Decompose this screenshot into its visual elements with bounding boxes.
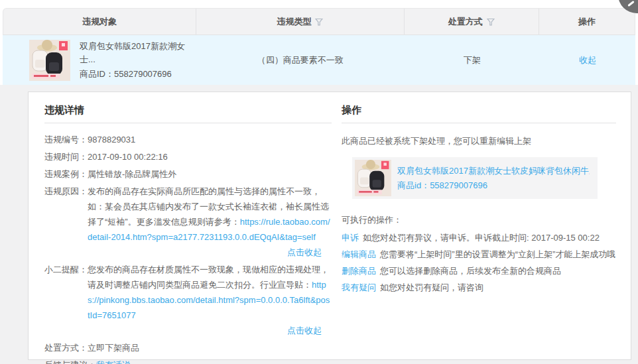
violation-table-header: 违规对象 违规类型 处置方式 操作 xyxy=(3,8,635,35)
operation-panel: 操作 此商品已经被系统下架处理，您可以重新编辑上架 xyxy=(342,100,616,353)
violation-detail-panel: 违规详情 违规编号： 9878829031 违规时间： 2017-09-10 0… xyxy=(44,100,332,353)
feedback-field: 反馈与建议： 我有话说 xyxy=(44,357,332,364)
product-id-label: 商品ID： xyxy=(80,69,114,79)
collapse-row-link[interactable]: 收起 xyxy=(579,54,596,66)
field-label: 违规案例： xyxy=(44,166,88,182)
action-appeal: 申诉如您对处罚有异议，请申诉。申诉截止时间: 2017-09-15 00:22 xyxy=(342,229,616,246)
product-card-id-label: 商品id： xyxy=(397,180,430,190)
product-id-value: 558279007696 xyxy=(114,69,172,79)
reminder-text: 您发布的商品存在材质属性不一致现象，现做相应的违规处理，请及时调整店铺内同类型商… xyxy=(88,265,329,290)
column-header-disposal: 处置方式 xyxy=(405,9,540,34)
column-header-violation-type: 违规类型 xyxy=(196,9,404,34)
operation-intro: 此商品已经被系统下架处理，您可以重新编辑上架 xyxy=(342,133,616,149)
violation-row: 双肩包女韩版2017新款潮女士... 商品ID：558279007696 （四）… xyxy=(3,35,635,85)
violation-reason-field: 违规原因： 发布的商品存在实际商品所匹配的属性与选择的属性不一致，如：某会员在其… xyxy=(44,184,332,260)
question-desc: 如您对处罚有疑问，请咨询 xyxy=(380,282,483,292)
field-value: 属性错放-除品牌属性外 xyxy=(88,166,332,182)
disposal-method-field: 处置方式： 立即下架商品 xyxy=(44,340,332,355)
feedback-link[interactable]: 我有话说 xyxy=(96,360,131,364)
filter-icon[interactable] xyxy=(487,18,495,26)
product-title: 双肩包女韩版2017新款潮女士... xyxy=(80,40,196,66)
product-card-text: 双肩包女韩版2017新款潮女士软皮妈咪背包休闲牛皮时 商品id：55827900… xyxy=(397,164,590,193)
field-label: 反馈与建议： xyxy=(44,357,96,364)
delete-item-link[interactable]: 删除商品 xyxy=(342,266,376,276)
column-header-operation: 操作 xyxy=(539,9,635,34)
field-label: 处置方式： xyxy=(44,340,88,355)
field-value: 立即下架商品 xyxy=(88,340,332,355)
collapse-row-link-cell: 收起 xyxy=(540,35,635,85)
question-link[interactable]: 我有疑问 xyxy=(342,282,376,292)
expanded-detail-area: 违规详情 违规编号： 9878829031 违规时间： 2017-09-10 0… xyxy=(0,85,638,364)
violation-object-cell: 双肩包女韩版2017新款潮女士... 商品ID：558279007696 xyxy=(3,35,196,85)
action-question: 我有疑问如您对处罚有疑问，请咨询 xyxy=(342,279,616,296)
field-value: 9878829031 xyxy=(88,132,332,147)
field-label: 小二提醒： xyxy=(44,262,88,338)
violation-number-field: 违规编号： 9878829031 xyxy=(44,132,332,147)
staff-reminder-field: 小二提醒： 您发布的商品存在材质属性不一致现象，现做相应的违规处理，请及时调整店… xyxy=(44,262,332,338)
collapse-reason-link[interactable]: 点击收起 xyxy=(287,247,322,257)
product-card-id-line[interactable]: 商品id：558279007696 xyxy=(397,180,487,190)
detail-box: 违规详情 违规编号： 9878829031 违规时间： 2017-09-10 0… xyxy=(28,91,631,360)
column-label: 操作 xyxy=(578,16,596,28)
violation-type-cell: （四）商品要素不一致 xyxy=(196,35,405,85)
filter-icon[interactable] xyxy=(315,18,323,26)
field-value: 您发布的商品存在材质属性不一致现象，现做相应的违规处理，请及时调整店铺内同类型商… xyxy=(88,262,332,338)
executable-actions-title: 可执行的操作： xyxy=(342,212,616,227)
product-id-line: 商品ID：558279007696 xyxy=(80,68,196,81)
operation-panel-title: 操作 xyxy=(342,104,616,123)
product-image xyxy=(355,160,391,196)
appeal-link[interactable]: 申诉 xyxy=(342,233,359,243)
product-card-id-value: 558279007696 xyxy=(430,180,487,190)
violation-detail-title: 违规详情 xyxy=(44,104,332,123)
disposal-cell: 下架 xyxy=(405,35,540,85)
action-delete-item: 删除商品您可以选择删除商品，后续发布全新的合规商品 xyxy=(342,263,616,279)
field-value: 2017-09-10 00:22:16 xyxy=(88,149,332,164)
column-header-violation-object: 违规对象 xyxy=(3,9,196,34)
column-label: 处置方式 xyxy=(448,16,483,28)
product-card-title-link[interactable]: 双肩包女韩版2017新款潮女士软皮妈咪背包休闲牛皮时 xyxy=(397,164,590,178)
violation-case-field: 违规案例： 属性错放-除品牌属性外 xyxy=(44,166,332,182)
field-label: 违规时间： xyxy=(44,149,88,164)
column-label: 违规类型 xyxy=(277,16,311,28)
edit-item-link[interactable]: 编辑商品 xyxy=(342,249,376,259)
violation-time-field: 违规时间： 2017-09-10 00:22:16 xyxy=(44,149,332,164)
field-label: 违规编号： xyxy=(44,132,88,147)
column-label: 违规对象 xyxy=(82,16,117,28)
field-label: 违规原因： xyxy=(44,184,88,260)
collapse-reminder-link[interactable]: 点击收起 xyxy=(287,326,322,335)
pencil-icon xyxy=(627,1,635,7)
field-value: 发布的商品存在实际商品所匹配的属性与选择的属性不一致，如：某会员在其店铺内发布了… xyxy=(88,184,332,260)
action-edit-item: 编辑商品您需要将“上架时间”里的设置调整为“立刻上架”才能上架成功哦 xyxy=(342,246,616,263)
edit-item-desc: 您需要将“上架时间”里的设置调整为“立刻上架”才能上架成功哦 xyxy=(380,249,615,259)
product-card: 双肩包女韩版2017新款潮女士软皮妈咪背包休闲牛皮时 商品id：55827900… xyxy=(352,157,598,199)
product-image xyxy=(29,40,70,81)
delete-item-desc: 您可以选择删除商品，后续发布全新的合规商品 xyxy=(380,266,561,276)
appeal-desc: 如您对处罚有异议，请申诉。申诉截止时间: 2017-09-15 00:22 xyxy=(363,233,600,243)
product-summary: 双肩包女韩版2017新款潮女士... 商品ID：558279007696 xyxy=(80,40,196,81)
